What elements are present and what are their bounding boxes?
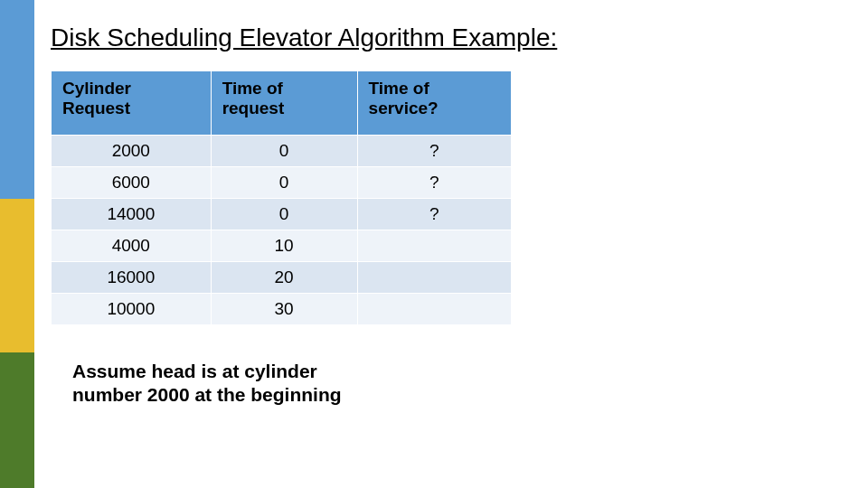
cell-t-svc: [357, 262, 511, 294]
cell-t-req: 10: [211, 230, 357, 262]
cell-t-req: 30: [211, 294, 357, 325]
cell-cylinder: 14000: [52, 199, 212, 230]
data-table-container: Cylinder Request Time of request Time of…: [51, 70, 512, 325]
table-row: 10000 30: [52, 294, 512, 325]
cell-t-req: 20: [211, 262, 357, 294]
data-table: Cylinder Request Time of request Time of…: [51, 70, 512, 325]
sidebar-gold-block: [0, 199, 34, 352]
col-time-of-service: Time of service?: [357, 71, 511, 136]
cell-t-svc: ?: [357, 199, 511, 230]
cell-cylinder: 4000: [52, 230, 212, 262]
cell-cylinder: 10000: [52, 294, 212, 325]
cell-t-svc: ?: [357, 136, 511, 167]
col-cylinder-request: Cylinder Request: [52, 71, 212, 136]
table-row: 14000 0 ?: [52, 199, 512, 230]
cell-t-svc: ?: [357, 167, 511, 199]
slide: Disk Scheduling Elevator Algorithm Examp…: [0, 0, 868, 488]
cell-t-svc: [357, 230, 511, 262]
sidebar-blue-block: [0, 0, 34, 199]
cell-t-svc: [357, 294, 511, 325]
cell-cylinder: 16000: [52, 262, 212, 294]
cell-t-req: 0: [211, 167, 357, 199]
slide-title: Disk Scheduling Elevator Algorithm Examp…: [51, 23, 557, 52]
col-time-of-request: Time of request: [211, 71, 357, 136]
cell-cylinder: 6000: [52, 167, 212, 199]
table-header-row: Cylinder Request Time of request Time of…: [52, 71, 512, 136]
table-row: 2000 0 ?: [52, 136, 512, 167]
table-row: 4000 10: [52, 230, 512, 262]
sidebar-decoration: [0, 0, 34, 488]
cell-cylinder: 2000: [52, 136, 212, 167]
cell-t-req: 0: [211, 199, 357, 230]
sidebar-green-block: [0, 352, 34, 488]
assumption-note: Assume head is at cylinder number 2000 a…: [72, 360, 344, 408]
cell-t-req: 0: [211, 136, 357, 167]
table-row: 6000 0 ?: [52, 167, 512, 199]
table-row: 16000 20: [52, 262, 512, 294]
